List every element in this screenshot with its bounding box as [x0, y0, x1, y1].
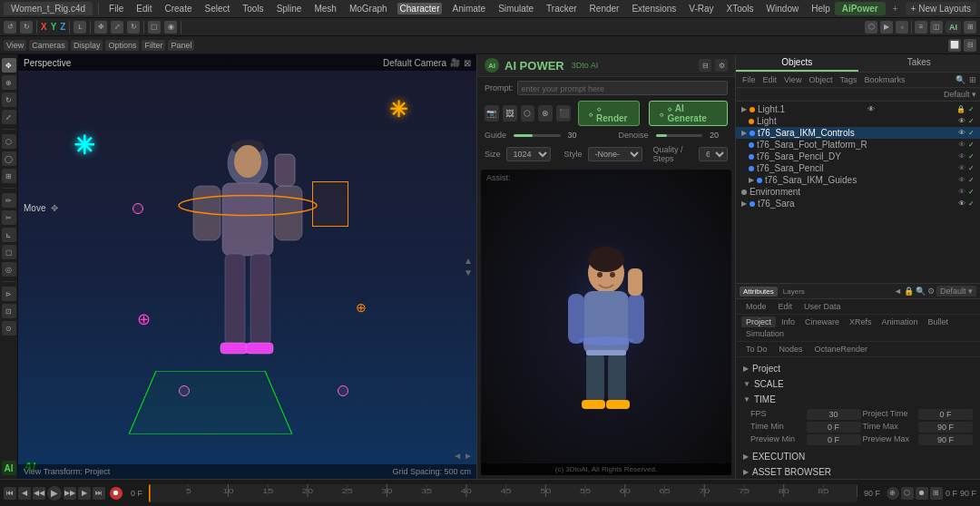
render-viewport-btn[interactable]: ⬦ [896, 21, 908, 34]
select-tool[interactable]: ▢ [148, 21, 161, 34]
ai-power-tab[interactable]: AiPower [835, 2, 886, 15]
rotate-tool[interactable]: ↻ [127, 21, 140, 34]
menu-create[interactable]: Create [162, 3, 194, 15]
tree-eye-foot[interactable]: 👁 [958, 141, 965, 149]
tree-eye-pencil[interactable]: 👁 [958, 164, 965, 172]
menu-render[interactable]: Render [587, 3, 622, 15]
tree-expand-guides[interactable]: ▶ [749, 176, 754, 184]
obj-view-btn[interactable]: View [781, 74, 804, 85]
menu-edit[interactable]: Edit [133, 3, 154, 15]
left-tool-2[interactable]: ⊕ [2, 75, 16, 90]
attr-cineware-tab[interactable]: Cineware [800, 316, 844, 327]
timeline-snap-btn[interactable]: ⊞ [930, 487, 943, 500]
left-tool-6[interactable]: ◯ [2, 151, 16, 166]
timeline-btn-top[interactable]: ◫ [930, 21, 943, 34]
attr-todo-tab[interactable]: To Do [741, 344, 772, 355]
menu-tools[interactable]: Tools [240, 3, 266, 15]
attr-tab-layers[interactable]: Layers [779, 287, 808, 297]
tree-eye-light1[interactable]: 👁 [867, 105, 875, 113]
tree-eye-env[interactable]: 👁 [958, 188, 965, 196]
section-asset-browser[interactable]: ▶ ASSET BROWSER [743, 464, 973, 480]
attr-info-tab[interactable]: Info [777, 316, 799, 327]
left-tool-13[interactable]: ⊳ [2, 287, 16, 301]
attr-xrefs-tab[interactable]: XRefs [845, 316, 877, 327]
next-frame-btn[interactable]: ▶ [78, 487, 91, 500]
tree-item-sara-controls[interactable]: ▶ t76_Sara_IKM_Controls 👁 ✓ [736, 127, 980, 139]
attr-default-dropdown[interactable]: Default ▾ [936, 286, 976, 297]
fill-btn[interactable]: ⬛ [556, 105, 571, 122]
tree-lock-light1[interactable]: 🔒 [956, 105, 965, 113]
filter-menu[interactable]: Filter [142, 40, 165, 51]
mask-btn[interactable]: ⊗ [538, 105, 553, 122]
attr-bullet-tab[interactable]: Bullet [924, 316, 954, 327]
attr-mode-btn[interactable]: Mode [741, 301, 771, 312]
image-btn[interactable]: 🖼 [503, 105, 517, 122]
nav-up[interactable]: ▲ [464, 256, 473, 266]
section-project[interactable]: ▶ Project [743, 361, 973, 376]
left-tool-12[interactable]: ◎ [2, 262, 16, 277]
left-tool-4[interactable]: ⤢ [2, 110, 16, 124]
menu-extensions[interactable]: Extensions [629, 3, 679, 15]
3d-btn[interactable]: ⬡ [521, 105, 535, 122]
left-tool-7[interactable]: ⊞ [2, 169, 16, 183]
live-select-tool[interactable]: ◉ [164, 21, 177, 34]
lock-tool[interactable]: L [74, 21, 86, 34]
record-button[interactable]: ⏺ [110, 487, 122, 500]
menu-mograph[interactable]: MoGraph [347, 3, 390, 15]
tree-item-foot[interactable]: t76_Sara_Foot_Platform_R 👁 ✓ [736, 139, 980, 151]
project-time-value[interactable]: 0 F [918, 409, 973, 420]
preview-max-value[interactable]: 90 F [918, 434, 973, 445]
quality-select[interactable]: 62 30 50 [699, 147, 728, 161]
nav-left[interactable]: ◄ [453, 451, 462, 461]
go-start-btn[interactable]: ⏮ [4, 487, 16, 500]
nav-right[interactable]: ► [464, 451, 473, 461]
timeline-ruler[interactable]: 5 10 15 20 25 30 35 40 45 50 55 60 65 [149, 484, 858, 502]
ai-generate-button[interactable]: ⬦ ⬦ AI Generate [649, 101, 728, 126]
prompt-input[interactable]: enter your prompt here [517, 81, 728, 95]
viewport-3d[interactable]: Perspective Default Camera 🎥 ⊠ Move ✥ ✳ … [18, 54, 476, 479]
panel-settings-btn[interactable]: ⚙ [715, 59, 728, 72]
go-end-btn[interactable]: ⏭ [93, 487, 105, 500]
menu-spline[interactable]: Spline [274, 3, 305, 15]
tree-expand-sara[interactable]: ▶ [741, 129, 747, 137]
left-tool-14[interactable]: ⊡ [2, 304, 16, 318]
left-tool-5[interactable]: ⬡ [2, 134, 16, 149]
denoise-slider[interactable] [656, 134, 702, 137]
attr-settings-btn[interactable]: ⚙ [927, 287, 935, 296]
attr-back-btn[interactable]: ◄ [894, 287, 902, 296]
options-menu[interactable]: Options [105, 40, 139, 51]
time-min-value[interactable]: 0 F [807, 422, 861, 433]
tree-eye-guides[interactable]: 👁 [958, 176, 965, 184]
attr-tab-attributes[interactable]: Attributes [740, 287, 778, 297]
obj-edit-btn[interactable]: Edit [760, 74, 780, 85]
section-time[interactable]: ▼ TIME [743, 392, 973, 407]
nav-down[interactable]: ▼ [464, 268, 473, 277]
attr-edit-btn[interactable]: Edit [774, 301, 798, 312]
menu-window[interactable]: Window [764, 3, 802, 15]
play-button[interactable]: ▶ [47, 486, 62, 501]
prev-frame-btn[interactable]: ◀ [18, 487, 31, 500]
takes-tab[interactable]: Takes [858, 54, 981, 72]
attr-lock-btn[interactable]: 🔒 [904, 287, 914, 296]
tree-eye-sara[interactable]: 👁 [958, 129, 965, 137]
step-back-btn[interactable]: ◀◀ [33, 487, 45, 500]
attr-userdata-btn[interactable]: User Data [799, 301, 846, 312]
obj-bookmarks-btn[interactable]: Bookmarks [861, 74, 907, 85]
tree-item-sara[interactable]: ▶ t76_Sara 👁 ✓ [736, 198, 980, 209]
render-region-btn[interactable]: ⬡ [865, 21, 877, 34]
section-execution[interactable]: ▶ EXECUTION [743, 449, 973, 464]
viewport-maximize[interactable]: ⊠ [464, 58, 471, 68]
left-tool-10[interactable]: ⊾ [2, 228, 16, 242]
menu-tracker[interactable]: Tracker [544, 3, 580, 15]
attr-search-btn[interactable]: 🔍 [916, 287, 926, 296]
upload-btn[interactable]: 📷 [485, 105, 499, 122]
tree-eye-light[interactable]: 👁 [958, 117, 965, 125]
attr-nodes-tab[interactable]: Nodes [775, 344, 808, 355]
view-menu[interactable]: View [4, 40, 26, 51]
step-fwd-btn[interactable]: ▶▶ [64, 487, 76, 500]
redo-button[interactable]: ↻ [20, 21, 33, 34]
new-layouts-button[interactable]: + New Layouts [906, 2, 976, 15]
keyframe-btn[interactable]: ⬡ [901, 487, 914, 500]
more-btn[interactable]: ⊞ [964, 21, 976, 34]
cameras-menu[interactable]: Cameras [29, 40, 68, 51]
